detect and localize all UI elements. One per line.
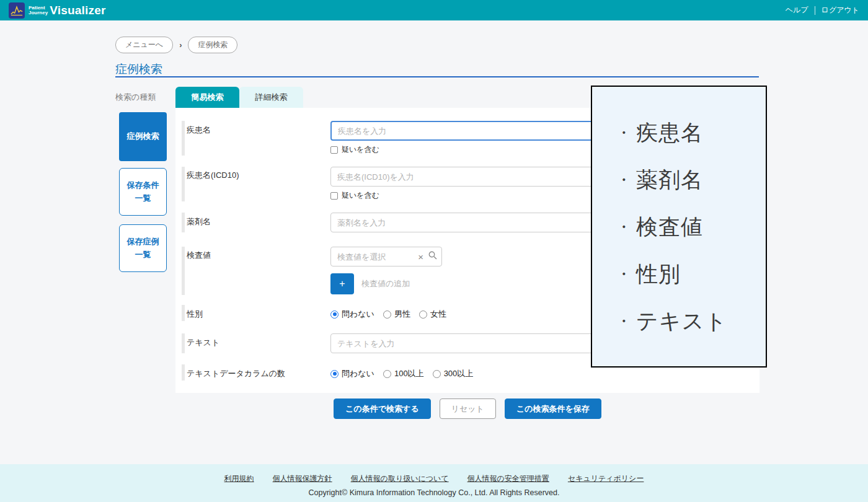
lab-value-label: 検査値 [187, 250, 211, 261]
footer-link-privacy-policy[interactable]: 個人情報保護方針 [273, 473, 332, 484]
icd10-label: 疾患名(ICD10) [187, 170, 239, 181]
text-columns-300-label: 300以上 [444, 368, 474, 379]
row-accent [182, 333, 185, 353]
disease-suspected-checkbox[interactable] [330, 146, 338, 154]
copyright: Copyright© Kimura Information Technology… [0, 488, 868, 497]
gender-male-label: 男性 [394, 309, 410, 320]
brand-product: Visualizer [50, 4, 105, 17]
row-accent [182, 305, 185, 321]
text-columns-100-label: 100以上 [394, 368, 424, 379]
search-type-label: 検索の種類 [115, 92, 156, 103]
gender-female-radio[interactable] [419, 310, 427, 319]
journey-chart-icon [9, 2, 25, 19]
footer-link-security-management[interactable]: 個人情報の安全管理措置 [467, 473, 549, 484]
gender-any-radio[interactable] [330, 310, 339, 319]
footer-link-security-policy[interactable]: セキュリティポリシー [568, 473, 644, 484]
row-accent [182, 213, 185, 232]
search-tabs: 簡易検索 詳細検索 [175, 87, 303, 108]
row-accent [182, 247, 185, 295]
icd10-suspected-checkbox[interactable] [330, 192, 338, 200]
gender-label: 性別 [187, 309, 203, 320]
icd10-input[interactable] [330, 167, 594, 187]
app-header: Patient Journey Visualizer ヘルプ ログアウト [0, 0, 868, 20]
gender-any-label: 問わない [342, 309, 374, 320]
field-list-callout: ・疾患名 ・薬剤名 ・検査値 ・性別 ・テキスト [591, 86, 767, 368]
breadcrumb: メニューへ › 症例検索 [115, 37, 237, 53]
add-lab-value-label: 検査値の追加 [361, 278, 410, 289]
save-conditions-button[interactable]: この検索条件を保存 [505, 399, 601, 419]
disease-suspected-label: 疑いを含む [342, 144, 379, 155]
sidebar-item-case-search[interactable]: 症例検索 [119, 112, 167, 161]
row-accent [182, 364, 185, 381]
clear-icon[interactable]: × [418, 252, 423, 262]
gender-male-radio[interactable] [383, 310, 391, 319]
gender-female-label: 女性 [430, 309, 446, 320]
tab-detailed-search[interactable]: 詳細検索 [239, 87, 303, 108]
logout-link[interactable]: ログアウト [822, 5, 859, 15]
search-button[interactable]: この条件で検索する [334, 399, 431, 419]
text-columns-100-radio[interactable] [383, 370, 391, 378]
breadcrumb-current-button[interactable]: 症例検索 [188, 37, 237, 53]
app-logo: Patient Journey Visualizer [9, 2, 106, 19]
free-text-label: テキスト [187, 337, 219, 348]
screen: Patient Journey Visualizer ヘルプ ログアウト メニュ… [0, 0, 868, 502]
chevron-right-icon: › [179, 40, 182, 50]
row-accent [182, 167, 185, 201]
help-link[interactable]: ヘルプ [786, 5, 808, 15]
icd10-suspected-label: 疑いを含む [342, 190, 379, 201]
drug-name-label: 薬剤名 [187, 216, 211, 227]
text-columns-300-radio[interactable] [433, 370, 441, 378]
disease-name-input[interactable] [330, 121, 594, 141]
action-bar: この条件で検索する リセット この検索条件を保存 [175, 399, 760, 419]
page-footer: 利用規約 個人情報保護方針 個人情報の取り扱いについて 個人情報の安全管理措置 … [0, 464, 868, 502]
tab-simple-search[interactable]: 簡易検索 [175, 87, 239, 108]
title-underline [115, 76, 759, 77]
callout-item: ・性別 [616, 250, 766, 297]
drug-name-input[interactable] [330, 213, 594, 232]
callout-item: ・疾患名 [616, 109, 766, 156]
add-lab-value-button[interactable]: + [330, 273, 354, 294]
free-text-input[interactable] [330, 333, 594, 353]
text-columns-any-radio[interactable] [330, 370, 339, 378]
row-accent [182, 121, 185, 156]
sidebar-item-saved-conditions[interactable]: 保存条件 一覧 [119, 168, 167, 216]
footer-link-terms[interactable]: 利用規約 [224, 473, 254, 484]
header-divider [815, 6, 815, 15]
reset-button[interactable]: リセット [440, 399, 496, 419]
disease-name-label: 疾患名 [187, 125, 211, 136]
callout-item: ・検査値 [616, 203, 766, 250]
breadcrumb-menu-button[interactable]: メニューへ [115, 37, 173, 53]
callout-item: ・薬剤名 [616, 156, 766, 203]
search-icon[interactable] [428, 251, 437, 262]
footer-link-personal-info-handling[interactable]: 個人情報の取り扱いについて [351, 473, 449, 484]
sidebar-item-saved-cases[interactable]: 保存症例 一覧 [119, 224, 167, 272]
callout-item: ・テキスト [616, 297, 766, 345]
text-columns-any-label: 問わない [342, 368, 374, 379]
brand-word-journey: Journey [29, 11, 48, 15]
page-title: 症例検索 [115, 61, 162, 77]
text-columns-label: テキストデータカラムの数 [187, 368, 285, 379]
